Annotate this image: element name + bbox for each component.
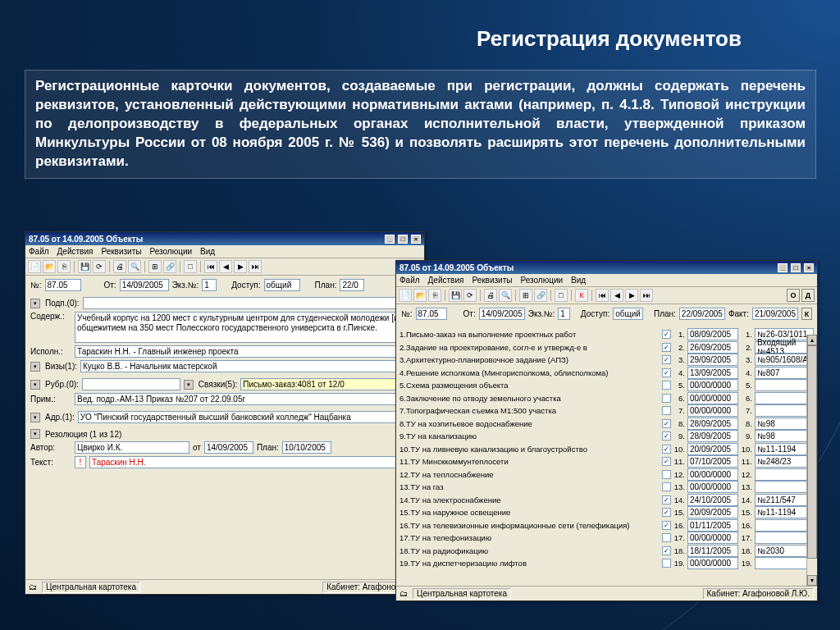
- tool-preview-icon[interactable]: 🔍: [128, 260, 141, 273]
- close-button[interactable]: ×: [411, 235, 421, 244]
- scroll-up-icon[interactable]: ▲: [807, 335, 817, 345]
- tool-copy-icon[interactable]: ⎘: [57, 260, 71, 273]
- scroll-thumb[interactable]: [807, 345, 817, 559]
- item-ref[interactable]: [755, 392, 814, 404]
- minimize-button[interactable]: _: [385, 235, 395, 244]
- item-ref[interactable]: Входящий №4513: [755, 341, 814, 354]
- tool-print-icon[interactable]: 🖨: [484, 289, 497, 302]
- menu-view[interactable]: Вид: [200, 247, 215, 256]
- item-ref[interactable]: №11-1194: [755, 506, 814, 518]
- field-res-plan[interactable]: 10/10/2005: [282, 441, 331, 454]
- menu-requisites[interactable]: Реквизиты: [472, 276, 512, 285]
- item-checkbox[interactable]: ✓: [662, 508, 671, 517]
- item-date[interactable]: 28/09/2005: [687, 430, 738, 442]
- tool-nav-icon[interactable]: □: [555, 289, 568, 302]
- item-checkbox[interactable]: ✓: [662, 343, 671, 352]
- item-checkbox[interactable]: ✓: [662, 445, 671, 454]
- nav-prev-icon[interactable]: ◀: [610, 289, 623, 302]
- item-date[interactable]: 18/11/2005: [687, 545, 738, 557]
- tool-open-icon[interactable]: 📂: [413, 289, 427, 302]
- button-k[interactable]: К: [801, 308, 812, 320]
- menu-actions[interactable]: Действия: [428, 276, 464, 285]
- tool-new-icon[interactable]: 📄: [399, 289, 412, 302]
- item-checkbox[interactable]: ✓: [662, 521, 671, 530]
- item-date[interactable]: 13/09/2005: [687, 367, 738, 379]
- item-date[interactable]: 00/00/0000: [687, 557, 738, 569]
- tool-save-icon[interactable]: 💾: [78, 260, 91, 273]
- menu-resolutions[interactable]: Резолюции: [520, 276, 563, 285]
- maximize-button[interactable]: □: [398, 235, 408, 244]
- item-ref[interactable]: №807: [755, 367, 814, 379]
- tool-cancel-icon[interactable]: К: [575, 289, 588, 302]
- item-ref[interactable]: [755, 532, 814, 544]
- item-ref[interactable]: №211/547: [755, 494, 814, 506]
- item-date[interactable]: 07/10/2005: [687, 455, 738, 468]
- field-ispoln[interactable]: Тараскин Н.Н. - Главный инженер проекта: [75, 345, 419, 358]
- menu-view[interactable]: Вид: [571, 276, 586, 285]
- item-ref[interactable]: №248/23: [755, 455, 814, 468]
- item-date[interactable]: 00/00/0000: [687, 481, 738, 493]
- item-checkbox[interactable]: ✓: [662, 495, 671, 504]
- item-ref[interactable]: [755, 519, 814, 532]
- tool-open-icon[interactable]: 📂: [43, 260, 56, 273]
- item-ref[interactable]: [755, 468, 814, 481]
- close-button[interactable]: ×: [804, 263, 814, 272]
- menu-resolutions[interactable]: Резолюции: [149, 247, 192, 256]
- field-ot[interactable]: 14/09/2005: [479, 308, 525, 320]
- item-date[interactable]: 24/10/2005: [687, 494, 738, 506]
- item-ref[interactable]: №905/1608/А: [755, 354, 814, 366]
- tool-tree-icon[interactable]: ⊞: [148, 260, 162, 273]
- maximize-button[interactable]: □: [791, 263, 801, 272]
- tool-new-icon[interactable]: 📄: [28, 260, 41, 273]
- field-dostup[interactable]: общий: [613, 308, 643, 320]
- field-plan[interactable]: 22/09/2005: [679, 308, 725, 320]
- item-ref[interactable]: №98: [755, 418, 814, 430]
- field-prim[interactable]: Вед. подр.-АМ-13 Приказ №207 от 22.09.05…: [75, 393, 419, 405]
- item-date[interactable]: 00/00/0000: [687, 404, 738, 417]
- button-d[interactable]: Д: [801, 289, 815, 302]
- item-checkbox[interactable]: ✓: [662, 419, 671, 428]
- field-fakt[interactable]: 21/09/2005: [752, 308, 798, 320]
- item-checkbox[interactable]: ✓: [662, 546, 671, 555]
- item-date[interactable]: 00/00/0000: [687, 468, 738, 481]
- field-text-mark[interactable]: !: [75, 456, 86, 468]
- menu-actions[interactable]: Действия: [57, 247, 94, 256]
- tool-copy-icon[interactable]: ⎘: [428, 289, 441, 302]
- minimize-button[interactable]: _: [778, 263, 788, 272]
- item-date[interactable]: 29/09/2005: [687, 354, 738, 366]
- tool-save-icon[interactable]: 💾: [449, 289, 462, 302]
- titlebar[interactable]: 87.05 от 14.09.2005 Объекты _ □ ×: [25, 232, 424, 245]
- item-date[interactable]: 20/09/2005: [687, 443, 738, 455]
- tool-print-icon[interactable]: 🖨: [113, 260, 126, 273]
- item-date[interactable]: 00/00/0000: [687, 532, 738, 544]
- nav-first-icon[interactable]: ⏮: [596, 289, 609, 302]
- tool-link-icon[interactable]: 🔗: [163, 260, 176, 273]
- nav-next-icon[interactable]: ▶: [234, 260, 247, 273]
- item-ref[interactable]: №98: [755, 430, 814, 442]
- item-checkbox[interactable]: ✓: [662, 368, 671, 377]
- dropdown-vizy-icon[interactable]: ▾: [30, 362, 40, 372]
- field-res-ot[interactable]: 14/09/2005: [204, 441, 253, 454]
- tool-preview-icon[interactable]: 🔍: [499, 289, 512, 302]
- nav-first-icon[interactable]: ⏮: [204, 260, 217, 273]
- item-checkbox[interactable]: [662, 406, 671, 415]
- field-no[interactable]: 87.05: [416, 308, 447, 320]
- item-ref[interactable]: [755, 404, 814, 417]
- item-ref[interactable]: [755, 557, 814, 569]
- item-checkbox[interactable]: ✓: [662, 330, 671, 339]
- tool-refresh-icon[interactable]: ⟳: [93, 260, 106, 273]
- dropdown-svyazki-icon[interactable]: ▾: [184, 380, 194, 390]
- item-checkbox[interactable]: [662, 394, 671, 403]
- dropdown-rubr-icon[interactable]: ▾: [30, 380, 40, 390]
- field-dostup[interactable]: общий: [264, 279, 300, 291]
- item-ref[interactable]: №2030: [755, 545, 814, 557]
- item-date[interactable]: 01/11/2005: [687, 519, 738, 532]
- item-date[interactable]: 20/09/2005: [687, 506, 738, 518]
- menu-file[interactable]: Файл: [29, 247, 49, 256]
- item-ref[interactable]: [755, 481, 814, 493]
- nav-prev-icon[interactable]: ◀: [219, 260, 232, 273]
- item-date[interactable]: 00/00/0000: [687, 392, 738, 404]
- field-ekz[interactable]: 1: [558, 308, 569, 320]
- field-adr[interactable]: УО "Пинский государственный высший банко…: [78, 411, 419, 423]
- item-checkbox[interactable]: [662, 533, 671, 542]
